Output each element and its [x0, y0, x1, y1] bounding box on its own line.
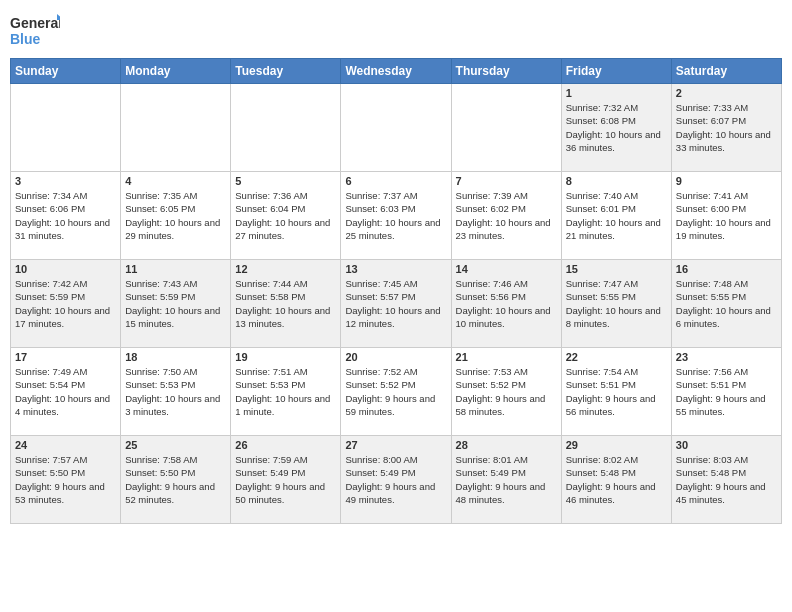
cell-details: Sunrise: 7:56 AM Sunset: 5:51 PM Dayligh…: [676, 365, 777, 418]
day-number: 21: [456, 351, 557, 363]
calendar-cell: 5Sunrise: 7:36 AM Sunset: 6:04 PM Daylig…: [231, 172, 341, 260]
day-number: 5: [235, 175, 336, 187]
day-number: 1: [566, 87, 667, 99]
day-number: 29: [566, 439, 667, 451]
cell-details: Sunrise: 7:39 AM Sunset: 6:02 PM Dayligh…: [456, 189, 557, 242]
cell-details: Sunrise: 8:03 AM Sunset: 5:48 PM Dayligh…: [676, 453, 777, 506]
calendar-cell: 4Sunrise: 7:35 AM Sunset: 6:05 PM Daylig…: [121, 172, 231, 260]
calendar-cell: 17Sunrise: 7:49 AM Sunset: 5:54 PM Dayli…: [11, 348, 121, 436]
day-number: 10: [15, 263, 116, 275]
weekday-header-friday: Friday: [561, 59, 671, 84]
cell-details: Sunrise: 7:47 AM Sunset: 5:55 PM Dayligh…: [566, 277, 667, 330]
day-number: 9: [676, 175, 777, 187]
day-number: 20: [345, 351, 446, 363]
day-number: 2: [676, 87, 777, 99]
calendar-cell: 30Sunrise: 8:03 AM Sunset: 5:48 PM Dayli…: [671, 436, 781, 524]
logo-svg: General Blue: [10, 10, 60, 50]
calendar-cell: 18Sunrise: 7:50 AM Sunset: 5:53 PM Dayli…: [121, 348, 231, 436]
cell-details: Sunrise: 7:34 AM Sunset: 6:06 PM Dayligh…: [15, 189, 116, 242]
calendar-cell: 1Sunrise: 7:32 AM Sunset: 6:08 PM Daylig…: [561, 84, 671, 172]
calendar-cell: 6Sunrise: 7:37 AM Sunset: 6:03 PM Daylig…: [341, 172, 451, 260]
cell-details: Sunrise: 7:32 AM Sunset: 6:08 PM Dayligh…: [566, 101, 667, 154]
cell-details: Sunrise: 7:59 AM Sunset: 5:49 PM Dayligh…: [235, 453, 336, 506]
day-number: 18: [125, 351, 226, 363]
day-number: 23: [676, 351, 777, 363]
cell-details: Sunrise: 8:02 AM Sunset: 5:48 PM Dayligh…: [566, 453, 667, 506]
calendar-cell: [231, 84, 341, 172]
cell-details: Sunrise: 7:48 AM Sunset: 5:55 PM Dayligh…: [676, 277, 777, 330]
svg-text:Blue: Blue: [10, 31, 41, 47]
day-number: 22: [566, 351, 667, 363]
calendar-cell: 12Sunrise: 7:44 AM Sunset: 5:58 PM Dayli…: [231, 260, 341, 348]
calendar-cell: [121, 84, 231, 172]
logo: General Blue: [10, 10, 60, 50]
calendar-cell: 3Sunrise: 7:34 AM Sunset: 6:06 PM Daylig…: [11, 172, 121, 260]
calendar-cell: 15Sunrise: 7:47 AM Sunset: 5:55 PM Dayli…: [561, 260, 671, 348]
calendar-cell: 16Sunrise: 7:48 AM Sunset: 5:55 PM Dayli…: [671, 260, 781, 348]
calendar-cell: 8Sunrise: 7:40 AM Sunset: 6:01 PM Daylig…: [561, 172, 671, 260]
calendar-cell: 23Sunrise: 7:56 AM Sunset: 5:51 PM Dayli…: [671, 348, 781, 436]
weekday-header-monday: Monday: [121, 59, 231, 84]
day-number: 17: [15, 351, 116, 363]
day-number: 6: [345, 175, 446, 187]
calendar-cell: 13Sunrise: 7:45 AM Sunset: 5:57 PM Dayli…: [341, 260, 451, 348]
calendar-cell: 14Sunrise: 7:46 AM Sunset: 5:56 PM Dayli…: [451, 260, 561, 348]
day-number: 28: [456, 439, 557, 451]
cell-details: Sunrise: 7:54 AM Sunset: 5:51 PM Dayligh…: [566, 365, 667, 418]
cell-details: Sunrise: 7:35 AM Sunset: 6:05 PM Dayligh…: [125, 189, 226, 242]
day-number: 27: [345, 439, 446, 451]
day-number: 26: [235, 439, 336, 451]
cell-details: Sunrise: 7:33 AM Sunset: 6:07 PM Dayligh…: [676, 101, 777, 154]
calendar-cell: 26Sunrise: 7:59 AM Sunset: 5:49 PM Dayli…: [231, 436, 341, 524]
calendar-cell: [341, 84, 451, 172]
day-number: 16: [676, 263, 777, 275]
day-number: 13: [345, 263, 446, 275]
week-row-4: 17Sunrise: 7:49 AM Sunset: 5:54 PM Dayli…: [11, 348, 782, 436]
weekday-header-tuesday: Tuesday: [231, 59, 341, 84]
day-number: 7: [456, 175, 557, 187]
calendar-cell: 11Sunrise: 7:43 AM Sunset: 5:59 PM Dayli…: [121, 260, 231, 348]
calendar-cell: 25Sunrise: 7:58 AM Sunset: 5:50 PM Dayli…: [121, 436, 231, 524]
day-number: 3: [15, 175, 116, 187]
calendar-cell: 2Sunrise: 7:33 AM Sunset: 6:07 PM Daylig…: [671, 84, 781, 172]
day-number: 11: [125, 263, 226, 275]
weekday-header-wednesday: Wednesday: [341, 59, 451, 84]
cell-details: Sunrise: 7:46 AM Sunset: 5:56 PM Dayligh…: [456, 277, 557, 330]
calendar-cell: 19Sunrise: 7:51 AM Sunset: 5:53 PM Dayli…: [231, 348, 341, 436]
day-number: 24: [15, 439, 116, 451]
page-header: General Blue: [10, 10, 782, 50]
week-row-2: 3Sunrise: 7:34 AM Sunset: 6:06 PM Daylig…: [11, 172, 782, 260]
calendar-cell: 29Sunrise: 8:02 AM Sunset: 5:48 PM Dayli…: [561, 436, 671, 524]
cell-details: Sunrise: 7:44 AM Sunset: 5:58 PM Dayligh…: [235, 277, 336, 330]
day-number: 15: [566, 263, 667, 275]
weekday-header-saturday: Saturday: [671, 59, 781, 84]
cell-details: Sunrise: 8:00 AM Sunset: 5:49 PM Dayligh…: [345, 453, 446, 506]
weekday-header-thursday: Thursday: [451, 59, 561, 84]
calendar-cell: 7Sunrise: 7:39 AM Sunset: 6:02 PM Daylig…: [451, 172, 561, 260]
day-number: 4: [125, 175, 226, 187]
calendar-cell: [11, 84, 121, 172]
week-row-5: 24Sunrise: 7:57 AM Sunset: 5:50 PM Dayli…: [11, 436, 782, 524]
calendar-cell: 22Sunrise: 7:54 AM Sunset: 5:51 PM Dayli…: [561, 348, 671, 436]
calendar-cell: 24Sunrise: 7:57 AM Sunset: 5:50 PM Dayli…: [11, 436, 121, 524]
weekday-header-row: SundayMondayTuesdayWednesdayThursdayFrid…: [11, 59, 782, 84]
cell-details: Sunrise: 7:36 AM Sunset: 6:04 PM Dayligh…: [235, 189, 336, 242]
cell-details: Sunrise: 7:53 AM Sunset: 5:52 PM Dayligh…: [456, 365, 557, 418]
calendar-cell: 21Sunrise: 7:53 AM Sunset: 5:52 PM Dayli…: [451, 348, 561, 436]
week-row-1: 1Sunrise: 7:32 AM Sunset: 6:08 PM Daylig…: [11, 84, 782, 172]
calendar-cell: 20Sunrise: 7:52 AM Sunset: 5:52 PM Dayli…: [341, 348, 451, 436]
week-row-3: 10Sunrise: 7:42 AM Sunset: 5:59 PM Dayli…: [11, 260, 782, 348]
day-number: 30: [676, 439, 777, 451]
cell-details: Sunrise: 8:01 AM Sunset: 5:49 PM Dayligh…: [456, 453, 557, 506]
cell-details: Sunrise: 7:45 AM Sunset: 5:57 PM Dayligh…: [345, 277, 446, 330]
cell-details: Sunrise: 7:41 AM Sunset: 6:00 PM Dayligh…: [676, 189, 777, 242]
weekday-header-sunday: Sunday: [11, 59, 121, 84]
cell-details: Sunrise: 7:57 AM Sunset: 5:50 PM Dayligh…: [15, 453, 116, 506]
calendar-cell: 27Sunrise: 8:00 AM Sunset: 5:49 PM Dayli…: [341, 436, 451, 524]
day-number: 19: [235, 351, 336, 363]
day-number: 25: [125, 439, 226, 451]
cell-details: Sunrise: 7:50 AM Sunset: 5:53 PM Dayligh…: [125, 365, 226, 418]
cell-details: Sunrise: 7:51 AM Sunset: 5:53 PM Dayligh…: [235, 365, 336, 418]
day-number: 12: [235, 263, 336, 275]
day-number: 14: [456, 263, 557, 275]
